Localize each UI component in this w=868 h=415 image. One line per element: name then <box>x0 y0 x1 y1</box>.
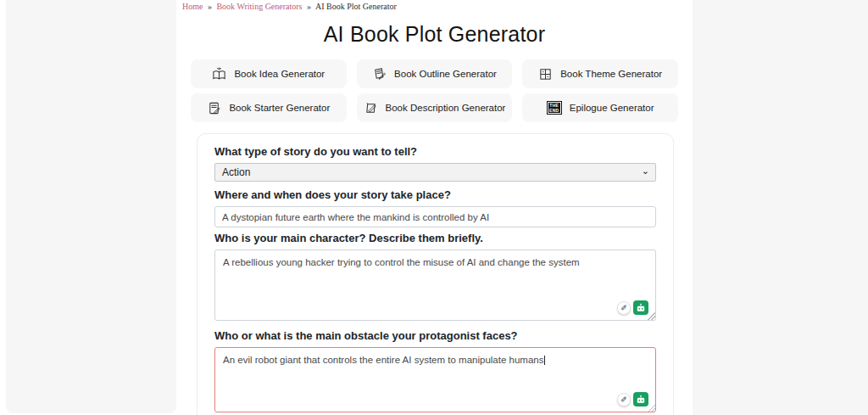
book-idea-generator-button[interactable]: Book Idea Generator <box>191 59 347 88</box>
main-character-label: Who is your main character? Describe the… <box>214 233 656 244</box>
book-outline-generator-button[interactable]: Book Outline Generator <box>357 59 513 88</box>
setting-label: Where and when does your story take plac… <box>214 189 656 201</box>
plot-generator-form: What type of story do you want to tell? … <box>197 133 674 415</box>
book-outline-icon <box>372 67 387 81</box>
left-side-panel <box>6 0 176 413</box>
text-caret <box>544 356 545 365</box>
generator-button-label: Book Starter Generator <box>229 103 330 113</box>
book-starter-icon <box>207 101 221 115</box>
main-character-textarea[interactable]: A rebellious young hacker trying to cont… <box>214 250 656 321</box>
breadcrumb-current-page: AI Book Plot Generator <box>315 2 397 11</box>
main-character-textarea-wrap: A rebellious young hacker trying to cont… <box>214 250 656 321</box>
story-type-select[interactable]: Action ⌄ <box>214 163 656 182</box>
pencil-icon[interactable]: ✐ <box>617 301 631 315</box>
book-description-generator-button[interactable]: Book Description Generator <box>357 93 513 122</box>
book-theme-icon <box>538 67 553 81</box>
obstacle-textarea[interactable]: An evil robot giant that controls the en… <box>214 347 656 412</box>
book-starter-generator-button[interactable]: Book Starter Generator <box>191 93 347 122</box>
breadcrumb-separator: » <box>208 2 212 11</box>
breadcrumb-link-home[interactable]: Home <box>182 2 203 11</box>
pencil-icon[interactable]: ✐ <box>617 393 631 407</box>
book-theme-generator-button[interactable]: Book Theme Generator <box>522 59 678 88</box>
obstacle-label: Who or what is the main obstacle your pr… <box>214 330 656 342</box>
book-idea-icon <box>212 67 226 81</box>
textarea-extension-badges: ✐ <box>617 300 648 315</box>
generator-button-label: Epilogue Generator <box>570 103 654 113</box>
generator-button-label: Book Description Generator <box>386 103 506 113</box>
setting-input[interactable] <box>214 206 656 227</box>
story-type-label: What type of story do you want to tell? <box>214 146 656 158</box>
obstacle-textarea-wrap: An evil robot giant that controls the en… <box>214 347 656 412</box>
generator-button-label: Book Idea Generator <box>234 69 325 79</box>
book-description-icon <box>364 101 378 115</box>
textarea-resize-handle[interactable] <box>647 311 655 320</box>
generator-button-label: Book Outline Generator <box>394 69 497 79</box>
page-title: AI Book Plot Generator <box>176 22 693 47</box>
chevron-down-icon: ⌄ <box>642 165 649 177</box>
right-side-panel <box>693 0 868 415</box>
breadcrumb-link-book-writing-generators[interactable]: Book Writing Generators <box>216 2 302 11</box>
generator-button-label: Book Theme Generator <box>560 69 662 79</box>
main-character-text: A rebellious young hacker trying to cont… <box>223 257 580 267</box>
story-type-selected-value: Action <box>222 166 250 178</box>
textarea-extension-badges: ✐ <box>617 392 648 407</box>
main-content: Home » Book Writing Generators » AI Book… <box>176 0 693 415</box>
breadcrumb: Home » Book Writing Generators » AI Book… <box>176 0 693 11</box>
generator-links-grid: Book Idea Generator Book Outline Generat… <box>191 59 678 122</box>
textarea-resize-handle[interactable] <box>647 403 655 412</box>
breadcrumb-separator: » <box>307 2 311 11</box>
epilogue-generator-button[interactable]: THE END Epilogue Generator <box>522 93 678 122</box>
the-end-icon: THE END <box>547 101 562 115</box>
obstacle-text: An evil robot giant that controls the en… <box>223 355 543 365</box>
